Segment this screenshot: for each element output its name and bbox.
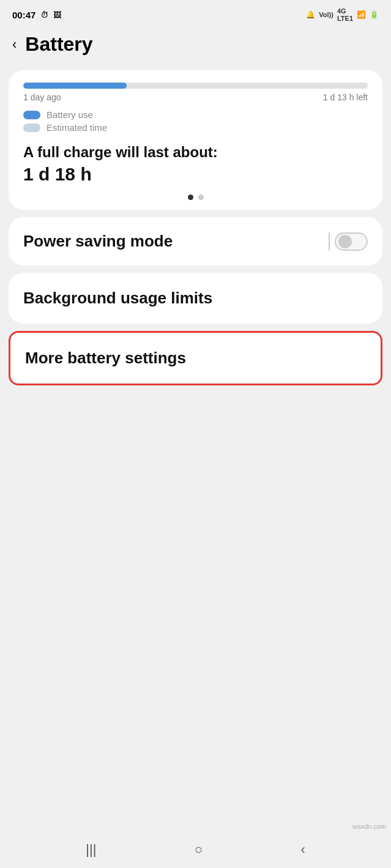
signal-icon: 📶 [357,10,366,19]
status-right: 🔔 Vol)) 4GLTE1 📶 🔋 [306,7,379,22]
estimated-time-label: Estimated time [47,122,107,133]
bottom-nav: ||| ○ ‹ [0,831,391,868]
power-saving-toggle[interactable] [335,232,368,251]
legend-item-battery-use: Battery use [23,109,368,120]
page-title: Battery [25,33,92,56]
image-icon: 🖼 [53,10,61,20]
background-usage-card[interactable]: Background usage limits [9,273,382,324]
dot-2 [198,195,204,200]
dots-indicator [23,195,368,200]
status-time: 00:47 [12,10,35,20]
estimated-time-dot [23,124,40,132]
legend-item-estimated-time: Estimated time [23,122,368,133]
progress-labels: 1 day ago 1 d 13 h left [23,92,368,102]
battery-chart-card: 0% 1 day ago 1 d 13 h left Battery use E… [9,70,382,210]
nav-back-icon[interactable]: ‹ [300,842,305,858]
watermark: wsxdn.com [352,823,386,830]
4g-lte-icon: 4GLTE1 [337,7,353,22]
toggle-container [329,232,368,251]
more-battery-settings-card[interactable]: More battery settings [9,331,382,385]
battery-progress-fill [23,83,127,89]
dot-1 [188,195,193,200]
power-saving-card[interactable]: Power saving mode [9,217,382,265]
back-button[interactable]: ‹ [12,37,17,53]
battery-use-label: Battery use [47,109,93,120]
battery-use-dot [23,111,40,119]
battery-progress-bar: 0% [23,83,368,89]
clock-icon: ⏱ [40,10,48,20]
main-content: 0% 1 day ago 1 d 13 h left Battery use E… [0,65,391,394]
toggle-divider [329,232,330,251]
alarm-icon: 🔔 [306,10,315,19]
progress-section: 0% 1 day ago 1 d 13 h left [23,83,368,102]
background-usage-title: Background usage limits [23,289,212,307]
status-bar: 00:47 ⏱ 🖼 🔔 Vol)) 4GLTE1 📶 🔋 [0,0,391,27]
power-saving-header: Power saving mode [23,232,368,251]
toggle-thumb [338,235,352,248]
nav-home-icon[interactable]: ○ [195,842,203,858]
legend: Battery use Estimated time [23,109,368,133]
time-left-label: 1 d 13 h left [323,92,368,102]
vol-icon: Vol)) [319,11,333,18]
more-battery-settings-title: More battery settings [25,349,186,367]
status-left: 00:47 ⏱ 🖼 [12,10,61,20]
battery-icon: 🔋 [370,10,379,19]
power-saving-title: Power saving mode [23,232,173,251]
full-charge-value: 1 d 18 h [23,164,368,185]
nav-menu-icon[interactable]: ||| [86,842,96,858]
header: ‹ Battery [0,27,391,65]
full-charge-text: A full charge will last about: [23,143,368,161]
time-ago-label: 1 day ago [23,92,61,102]
